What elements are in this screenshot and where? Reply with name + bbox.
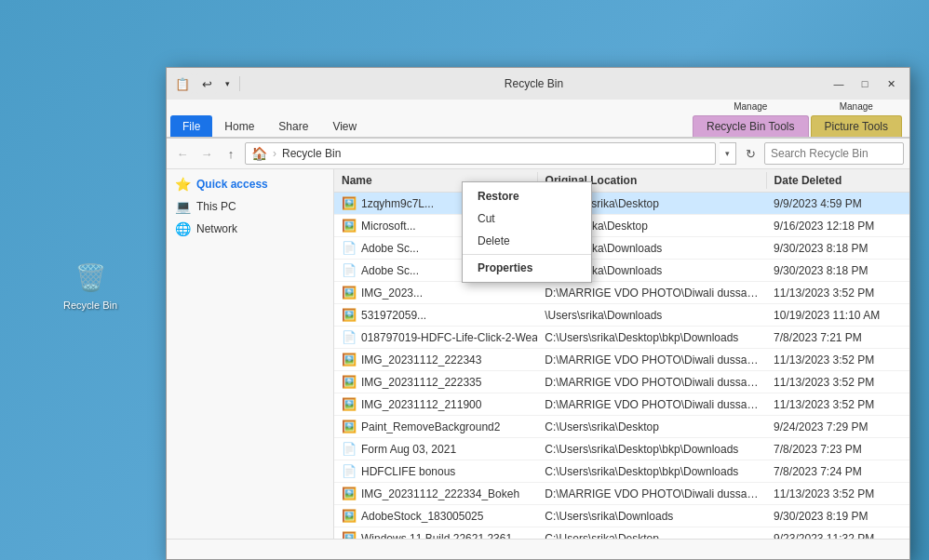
table-row[interactable]: 🖼️ Paint_RemoveBackground2 C:\Users\srik…	[334, 416, 909, 438]
qat-undo-btn[interactable]: ↩	[196, 73, 217, 94]
address-bar: ← → ↑ 🏠 › Recycle Bin ▾ ↻	[167, 139, 909, 169]
file-location: \Users\srika\Downloads	[537, 307, 766, 324]
maximize-button[interactable]: □	[852, 71, 878, 97]
file-location: C:\Users\srika\Desktop	[537, 419, 766, 435]
file-name: Adobe Sc...	[361, 264, 419, 277]
back-button[interactable]: ←	[172, 143, 193, 164]
context-menu-item-delete[interactable]: Delete	[463, 230, 591, 252]
file-icon: 🖼️	[342, 353, 357, 367]
this-pc-label: This PC	[196, 200, 236, 213]
file-date: 9/30/2023 8:18 PM	[766, 240, 909, 257]
table-row[interactable]: 🖼️ 531972059... \Users\srika\Downloads 1…	[334, 304, 909, 327]
file-name: Paint_RemoveBackground2	[361, 420, 500, 433]
tab-picture-tools[interactable]: Picture Tools	[811, 115, 902, 137]
file-icon: 🖼️	[342, 286, 357, 300]
file-location: C:\Users\srika\Downloads	[537, 508, 766, 525]
table-row[interactable]: 🖼️ IMG_2023... D:\MARRIGE VDO PHOTO\Diwa…	[334, 282, 909, 304]
window-controls: — □ ✕	[826, 71, 904, 97]
qat-separator	[239, 76, 240, 91]
qat-properties-btn[interactable]: 📋	[172, 73, 193, 94]
file-date: 11/13/2023 3:52 PM	[766, 285, 909, 301]
file-location: C:\Users\srika\Desktop\bkp\Downloads	[537, 463, 766, 480]
file-name: 531972059...	[361, 309, 426, 322]
file-name: Adobe Sc...	[361, 242, 419, 255]
column-header-date[interactable]: Date Deleted	[767, 172, 909, 189]
file-date: 9/9/2023 4:59 PM	[766, 195, 909, 212]
file-date: 11/13/2023 3:52 PM	[766, 486, 909, 502]
file-icon: 🖼️	[342, 308, 357, 322]
file-location: C:\Users\srika\Desktop\bkp\Downloads	[537, 441, 766, 458]
file-list: Name Original Location Date Deleted 🖼️ 1…	[334, 169, 909, 539]
tab-recycle-bin-tools[interactable]: Recycle Bin Tools	[693, 115, 809, 137]
search-input[interactable]	[764, 142, 904, 165]
context-menu-item-restore[interactable]: Restore	[463, 185, 591, 207]
table-row[interactable]: 📄 018797019-HDFC-Life-Click-2-Wea... C:\…	[334, 327, 909, 349]
file-icon: 📄	[342, 442, 357, 456]
tab-file[interactable]: File	[170, 115, 212, 137]
sidebar-item-this-pc[interactable]: 💻 This PC	[167, 195, 333, 218]
qat-dropdown-arrow[interactable]: ▾	[221, 73, 234, 94]
file-icon: 🖼️	[342, 509, 357, 523]
address-path: Recycle Bin	[282, 147, 341, 160]
table-row[interactable]: 📄 Form Aug 03, 2021 C:\Users\srika\Deskt…	[334, 438, 909, 460]
table-row[interactable]: 📄 Adobe Sc... \Users\srika\Downloads 9/3…	[334, 260, 909, 282]
forward-button[interactable]: →	[196, 143, 217, 164]
sidebar-item-network[interactable]: 🌐 Network	[167, 218, 333, 240]
tab-view[interactable]: View	[320, 115, 369, 137]
file-icon: 🖼️	[342, 487, 357, 500]
table-row[interactable]: 🖼️ Windows 11 Build 22621.2361 C:\Users\…	[334, 527, 909, 539]
file-rows-container: 🖼️ 1zqyhm9c7L... C:\Users\srika\Desktop …	[334, 193, 909, 539]
file-name: IMG_20231112_222334_Bokeh	[361, 487, 519, 500]
file-name: AdobeStock_183005025	[361, 510, 483, 523]
quick-access-icon: ⭐	[174, 177, 191, 192]
explorer-window: 📋 ↩ ▾ Recycle Bin — □ ✕ File Home Share …	[166, 67, 910, 560]
ribbon-tabs: File Home Share View Manage Recycle Bin …	[167, 100, 909, 137]
file-name: Windows 11 Build 22621.2361	[361, 532, 512, 540]
tab-share[interactable]: Share	[266, 115, 320, 137]
table-row[interactable]: 🖼️ IMG_20231112_222335 D:\MARRIGE VDO PH…	[334, 371, 909, 393]
file-date: 11/13/2023 3:52 PM	[766, 396, 909, 413]
nav-pane: ⭐ Quick access 💻 This PC 🌐 Network	[167, 169, 334, 539]
file-name: 1zqyhm9c7L...	[361, 197, 434, 210]
file-name: IMG_2023...	[361, 287, 423, 300]
file-list-header: Name Original Location Date Deleted	[334, 169, 909, 193]
table-row[interactable]: 🖼️ IMG_20231112_222334_Bokeh D:\MARRIGE …	[334, 483, 909, 505]
file-location: D:\MARRIGE VDO PHOTO\Diwali dussara ...	[537, 486, 766, 502]
address-dropdown[interactable]: ▾	[720, 142, 736, 165]
context-menu-item-cut[interactable]: Cut	[463, 207, 591, 230]
context-separator	[463, 254, 591, 255]
table-row[interactable]: 🖼️ Microsoft... \Users\srika\Desktop 9/1…	[334, 215, 909, 237]
table-row[interactable]: 🖼️ IMG_20231112_222343 D:\MARRIGE VDO PH…	[334, 349, 909, 371]
sidebar-item-quick-access[interactable]: ⭐ Quick access	[167, 173, 333, 195]
file-icon: 🖼️	[342, 531, 357, 539]
tab-home[interactable]: Home	[212, 115, 266, 137]
desktop-recycle-bin-icon[interactable]: 🗑️ Recycle Bin	[63, 259, 117, 311]
file-date: 9/30/2023 8:19 PM	[766, 508, 909, 525]
file-date: 10/19/2023 11:10 AM	[766, 307, 909, 324]
file-name: Form Aug 03, 2021	[361, 443, 456, 456]
context-menu-item-properties[interactable]: Properties	[463, 257, 591, 279]
address-input[interactable]: 🏠 › Recycle Bin	[245, 142, 716, 165]
file-icon: 🖼️	[342, 397, 357, 411]
network-icon: 🌐	[174, 221, 191, 236]
address-separator: ›	[273, 147, 276, 160]
file-icon: 📄	[342, 330, 357, 344]
table-row[interactable]: 📄 HDFCLIFE bonous C:\Users\srika\Desktop…	[334, 460, 909, 483]
table-row[interactable]: 🖼️ AdobeStock_183005025 C:\Users\srika\D…	[334, 505, 909, 527]
up-button[interactable]: ↑	[221, 143, 241, 164]
table-row[interactable]: 🖼️ 1zqyhm9c7L... C:\Users\srika\Desktop …	[334, 193, 909, 215]
quick-access-toolbar: 📋 ↩ ▾ Recycle Bin — □ ✕	[167, 68, 909, 100]
file-name: 018797019-HDFC-Life-Click-2-Wea...	[361, 331, 537, 344]
minimize-button[interactable]: —	[826, 71, 852, 97]
refresh-button[interactable]: ↻	[740, 143, 761, 164]
file-location: D:\MARRIGE VDO PHOTO\Diwali dussara ...	[537, 374, 766, 391]
file-date: 7/8/2023 7:21 PM	[766, 329, 909, 346]
table-row[interactable]: 🖼️ IMG_20231112_211900 D:\MARRIGE VDO PH…	[334, 393, 909, 416]
file-date: 7/8/2023 7:23 PM	[766, 441, 909, 458]
table-row[interactable]: 📄 Adobe Sc... \Users\srika\Downloads 9/3…	[334, 237, 909, 260]
recycle-bin-label: Recycle Bin	[63, 300, 117, 311]
file-date: 9/16/2023 12:18 PM	[766, 218, 909, 234]
file-location: C:\Users\srika\Desktop	[537, 530, 766, 540]
context-menu: RestoreCutDeleteProperties	[462, 181, 592, 283]
close-button[interactable]: ✕	[878, 71, 904, 97]
